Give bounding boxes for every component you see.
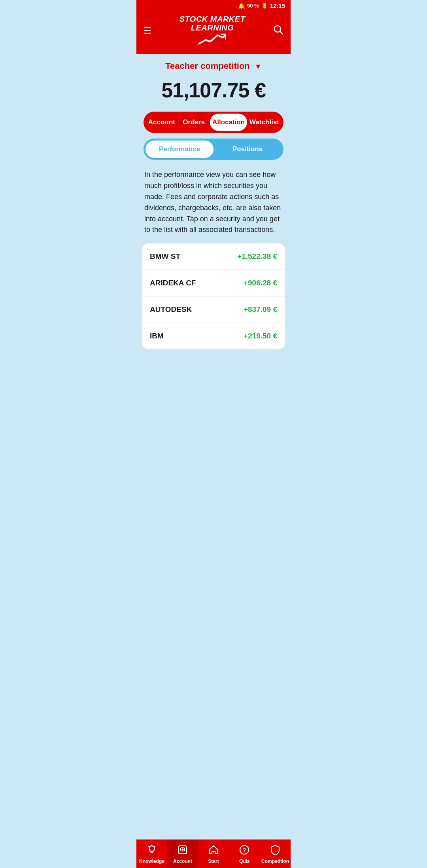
menu-icon[interactable]: ☰ [144,27,151,35]
tab-account[interactable]: Account [145,114,178,131]
search-icon[interactable] [273,25,283,37]
tab-orders[interactable]: Orders [178,114,210,131]
stock-name-arideka: ARIDEKA CF [150,279,196,287]
balance-amount: 51,107.75 € [161,79,266,102]
stock-name-bmw: BMW ST [150,252,180,261]
performance-description: In the performance view you can see how … [136,167,291,243]
tab-watchlist[interactable]: Watchlist [247,114,282,131]
stock-value-ibm: +219.50 € [244,332,277,340]
chart-icon [151,33,273,47]
competition-selector[interactable]: Teacher competition ▼ [136,54,291,74]
stock-value-bmw: +1,522.38 € [237,252,277,261]
stock-item-bmw[interactable]: BMW ST +1,522.38 € [142,243,285,270]
competition-label[interactable]: Teacher competition ▼ [165,61,261,71]
stock-name-autodesk: AUTODESK [150,305,192,314]
app-header: ☰ STOCK MARKET LEARNING [136,11,291,54]
tab-positions[interactable]: Positions [214,141,282,158]
stock-item-ibm[interactable]: IBM +219.50 € [142,323,285,349]
app-brand: STOCK MARKET LEARNING [151,15,273,47]
status-bar: 🔔 90 % 🔋 12:15 [136,0,291,11]
stock-item-autodesk[interactable]: AUTODESK +837.09 € [142,296,285,323]
tab-performance[interactable]: Performance [145,141,214,158]
stock-value-autodesk: +837.09 € [244,305,277,314]
battery-indicator: 90 % [247,3,259,9]
sub-tabs: Performance Positions [144,139,283,160]
battery-icon: 🔋 [261,3,268,9]
stock-list: BMW ST +1,522.38 € ARIDEKA CF +906.28 € … [142,243,285,349]
tab-allocation[interactable]: Allocation [210,114,247,131]
chevron-down-icon: ▼ [255,63,262,70]
balance-section: 51,107.75 € [136,74,291,112]
stock-item-arideka[interactable]: ARIDEKA CF +906.28 € [142,270,285,296]
stock-name-ibm: IBM [150,332,164,340]
main-content: Teacher competition ▼ 51,107.75 € Accoun… [136,54,291,386]
svg-line-1 [280,31,283,34]
bell-icon: 🔔 [238,3,245,9]
main-tabs: Account Orders Allocation Watchlist [144,112,283,133]
stock-value-arideka: +906.28 € [244,279,277,287]
clock: 12:15 [270,2,285,9]
app-title: STOCK MARKET LEARNING [151,15,273,32]
